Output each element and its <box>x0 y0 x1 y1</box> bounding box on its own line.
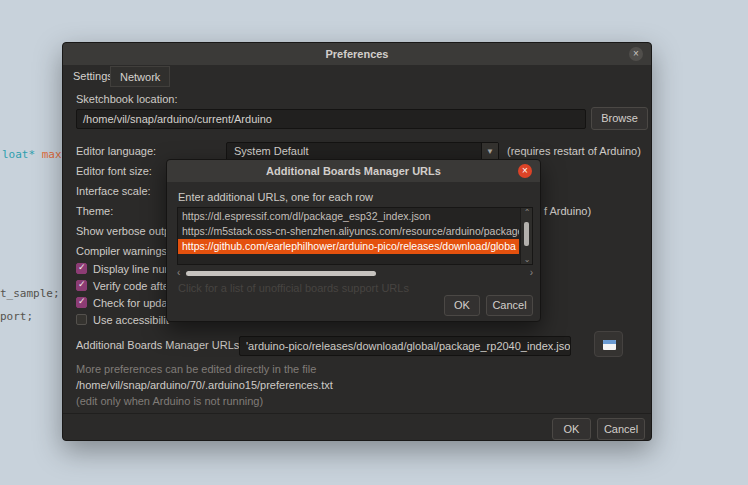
editor-language-label: Editor language: <box>76 145 156 157</box>
close-icon[interactable]: × <box>629 47 643 61</box>
editor-font-size-label: Editor font size: <box>76 165 152 177</box>
modal-title: Additional Boards Manager URLs <box>266 165 441 177</box>
chevron-down-icon[interactable]: ▼ <box>481 143 498 160</box>
url-list: https://dl.espressif.com/dl/package_esp3… <box>178 209 519 254</box>
vertical-scrollbar[interactable]: ⌃ ⌄ <box>520 208 532 264</box>
interface-scale-label: Interface scale: <box>76 185 151 197</box>
horizontal-scrollbar[interactable]: ‹ › <box>177 269 533 278</box>
sketchbook-location-input[interactable]: /home/vil/snap/arduino/current/Arduino <box>76 109 586 129</box>
browse-button[interactable]: Browse <box>591 107 648 130</box>
scroll-up-icon[interactable]: ⌃ <box>521 208 533 217</box>
urls-instruction: Enter additional URLs, one for each row <box>178 191 373 203</box>
background-code-line: port; <box>0 310 33 323</box>
checkbox-accessibility[interactable] <box>76 314 87 325</box>
background-code-line: t_sample; <box>0 287 60 300</box>
theme-label: Theme: <box>76 205 113 217</box>
url-row[interactable]: https://github.com/earlephilhower/arduin… <box>178 239 519 254</box>
horizontal-scroll-thumb[interactable] <box>186 271 376 276</box>
desktop-background: loat* max, t_sample; port; Preferences ×… <box>0 0 748 485</box>
modal-cancel-button[interactable]: Cancel <box>486 295 533 316</box>
vertical-scroll-thumb[interactable] <box>524 222 529 246</box>
scroll-right-icon[interactable]: › <box>530 267 533 278</box>
ok-button[interactable]: OK <box>552 418 591 440</box>
checkbox-display-line-numbers[interactable] <box>76 263 87 274</box>
code-token-type: loat* <box>2 148 35 161</box>
unofficial-boards-link[interactable]: Click for a list of unofficial boards su… <box>178 282 409 294</box>
checkbox-label: Check for upda <box>93 297 168 309</box>
checkbox-check-updates[interactable] <box>76 297 87 308</box>
modal-ok-button[interactable]: OK <box>444 295 480 316</box>
scroll-left-icon[interactable]: ‹ <box>177 267 180 278</box>
boards-manager-urls-input[interactable]: 'arduino-pico/releases/download/global/p… <box>239 336 571 356</box>
url-row[interactable]: https://m5stack.oss-cn-shenzhen.aliyuncs… <box>178 224 519 239</box>
urls-textarea[interactable]: https://dl.espressif.com/dl/package_esp3… <box>177 207 533 265</box>
theme-restart-note-fragment: f Arduino) <box>544 205 591 217</box>
editor-language-value: System Default <box>227 143 498 160</box>
restart-note: (requires restart of Arduino) <box>507 145 641 157</box>
cancel-button[interactable]: Cancel <box>597 418 645 440</box>
background-code-line: loat* max, <box>2 148 68 161</box>
checkbox-verify-code[interactable] <box>76 280 87 291</box>
open-boards-urls-dialog-button[interactable] <box>594 331 623 357</box>
preferences-titlebar[interactable]: Preferences <box>63 43 651 65</box>
dialog-title: Preferences <box>326 48 389 60</box>
verbose-output-label: Show verbose outp <box>76 225 170 237</box>
checkbox-label: Verify code afte <box>93 280 169 292</box>
url-row[interactable]: https://dl.espressif.com/dl/package_esp3… <box>178 209 519 224</box>
sketchbook-location-label: Sketchbook location: <box>76 93 178 105</box>
window-icon <box>603 340 616 350</box>
close-icon[interactable]: × <box>518 164 532 178</box>
boards-manager-urls-dialog: Additional Boards Manager URLs × Enter a… <box>166 159 541 322</box>
footer-divider <box>63 413 651 414</box>
checkbox-label: Display line nun <box>93 263 171 275</box>
boards-manager-urls-label: Additional Boards Manager URLs: <box>76 339 242 351</box>
modal-titlebar[interactable]: Additional Boards Manager URLs <box>167 160 540 182</box>
footer-note-2: (edit only when Arduino is not running) <box>76 395 263 407</box>
preferences-file-path: /home/vil/snap/arduino/70/.arduino15/pre… <box>76 379 333 391</box>
compiler-warnings-label: Compiler warnings <box>76 245 167 257</box>
footer-note-1: More preferences can be edited directly … <box>76 363 316 375</box>
checkbox-label: Use accessibilit <box>93 314 169 326</box>
tab-network[interactable]: Network <box>110 66 170 87</box>
scroll-down-icon[interactable]: ⌄ <box>521 255 533 264</box>
